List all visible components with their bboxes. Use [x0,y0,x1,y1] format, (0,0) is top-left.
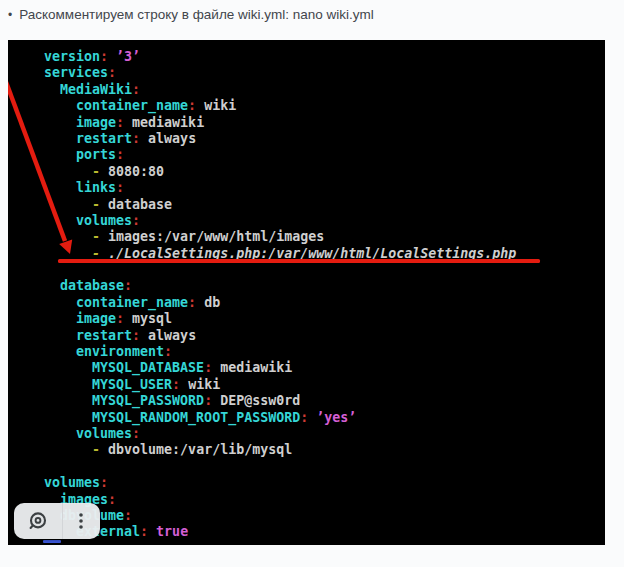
more-options-button[interactable] [63,503,99,539]
code-line: restart: always [44,328,516,344]
code-line: services: [44,65,516,81]
code-line: database: [44,278,516,294]
code-line [44,262,516,278]
code-line: MYSQL_DATABASE: mediawiki [44,360,516,376]
code-line: - dbvolume:/var/lib/mysql [44,442,516,458]
image-hover-toolbar [14,503,100,539]
code-line: MYSQL_RANDOM_ROOT_PASSWORD: ’yes’ [44,410,516,426]
code-line: environment: [44,344,516,360]
yaml-code: version: ’3’services: MediaWiki: contain… [8,40,516,541]
code-line: MediaWiki: [44,82,516,98]
code-line: container_name: wiki [44,98,516,114]
code-line: image: mediawiki [44,115,516,131]
code-line: - ./LocalSettings.php:/var/www/html/Loca… [44,246,516,262]
code-line: links: [44,180,516,196]
code-line: volumes: [44,213,516,229]
cursor-artifact [43,540,61,543]
code-line: - images:/var/www/html/images [44,229,516,245]
instruction-text: Раскомментируем строку в файле wiki.yml:… [19,7,374,22]
terminal-screenshot: version: ’3’services: MediaWiki: contain… [8,40,605,545]
code-line: image: mysql [44,311,516,327]
lens-search-button[interactable] [14,503,63,539]
bullet-marker: • [8,8,12,22]
code-line: volumes: [44,475,516,491]
lens-search-icon [26,509,50,533]
code-line: images: [44,492,516,508]
instruction-line: • Раскомментируем строку в файле wiki.ym… [8,7,374,22]
code-line: MYSQL_PASSWORD: DEP@ssw0rd [44,393,516,409]
code-line: MYSQL_USER: wiki [44,377,516,393]
code-line: ports: [44,147,516,163]
code-line: volumes: [44,426,516,442]
code-line: - 8080:80 [44,164,516,180]
code-line: dbvolume: [44,508,516,524]
code-line [44,459,516,475]
code-line: - database [44,197,516,213]
code-line: restart: always [44,131,516,147]
code-line: version: ’3’ [44,49,516,65]
code-line: container_name: db [44,295,516,311]
code-line: external: true [44,524,516,540]
kebab-menu-icon [72,509,90,533]
